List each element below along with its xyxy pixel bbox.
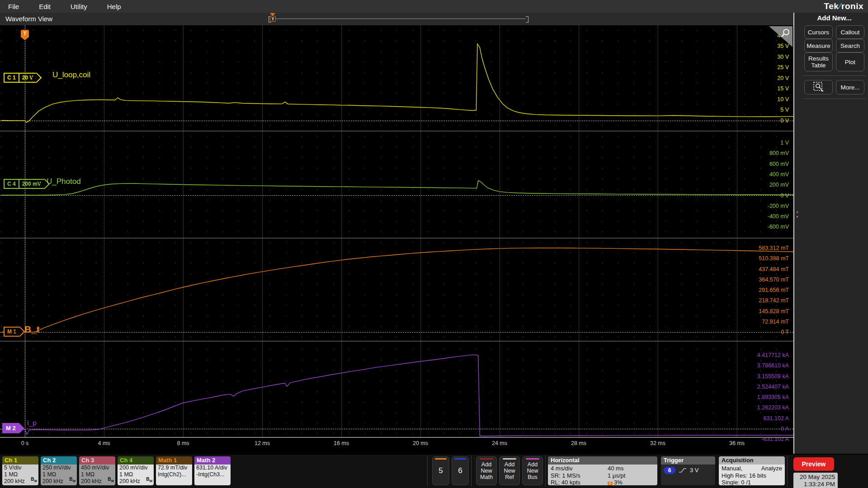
bottom-bar: Ch 15 V/div1 MΩ200 kHzBWCh 2250 mV/div1 …: [0, 454, 868, 488]
panel-splitter[interactable]: [794, 13, 801, 454]
horizontal-value: SR: 1 MS/s: [551, 472, 580, 479]
slot-button-5[interactable]: 5: [432, 456, 449, 485]
channel-badge-ch4[interactable]: Ch 4200 mV/div1 MΩ200 kHzBW: [118, 456, 154, 485]
menu-item-edit[interactable]: Edit: [39, 3, 51, 10]
overview-right-bracket: [526, 16, 528, 23]
y-axis-label: 3.155509 kA: [757, 373, 789, 380]
menu-item-help[interactable]: Help: [107, 3, 121, 10]
button-measure[interactable]: Measure: [804, 39, 833, 52]
menu-items: FileEditUtilityHelp: [0, 3, 121, 10]
horizontal-panel[interactable]: Horizontal4 ms/div40 msSR: 1 MS/s1 μs/pt…: [548, 456, 657, 485]
channel-badge-ch1[interactable]: Ch 15 V/div1 MΩ200 kHzBW: [2, 456, 38, 485]
overview-trigger-marker[interactable]: T: [270, 16, 276, 22]
menu-bar: FileEditUtilityHelp Tek∕ronix: [0, 0, 868, 13]
separator: [471, 455, 472, 486]
date-value: 20 May 2025: [796, 474, 835, 481]
add-new-row: Results TablePlot: [801, 52, 868, 71]
y-axis-label: 0 V: [780, 117, 789, 124]
bandwidth-limit-icon: BW: [146, 476, 152, 484]
separator: [787, 455, 788, 486]
y-axis-label: 510.398 mT: [759, 255, 789, 262]
tekscope-app: FileEditUtilityHelp Tek∕ronix Waveform V…: [0, 0, 868, 488]
channel-badge-ch2[interactable]: Ch 2250 mV/div1 MΩ200 kHzBW: [41, 456, 77, 485]
y-axis-label: 145.828 mT: [759, 308, 789, 314]
channel-setting-line: -Intg(Ch3...: [196, 471, 229, 478]
waveform-view-titlebar: Waveform View T: [0, 13, 793, 25]
channel-badge-math1[interactable]: Math 172.9 mT/divIntg(Ch2)...: [156, 456, 192, 485]
gridline-vertical: [104, 25, 104, 437]
zero-reference-line-math1: [0, 332, 793, 333]
y-axis-label: 72.914 mT: [762, 319, 789, 325]
menu-item-utility[interactable]: Utility: [71, 3, 87, 10]
channel-setting-line: 72.9 mT/div: [158, 465, 190, 471]
acquisition-panel-body: Manual,AnalyzeHigh Res: 16 bitsSingle: 0…: [719, 465, 785, 485]
gridline-vertical: [658, 25, 658, 437]
waveform-section-ch4: [0, 131, 793, 238]
horizontal-value: 4 ms/div: [551, 465, 572, 472]
separator: [545, 455, 546, 486]
channel-badge-header: Math 2: [194, 456, 231, 465]
channel-badge-ch4[interactable]: C 4200 mV: [4, 179, 45, 189]
y-axis-label: 1 V: [780, 140, 789, 146]
x-axis-label: 20 ms: [413, 440, 428, 446]
button-results-table[interactable]: Results Table: [804, 52, 833, 71]
slot-color-stripe: [435, 458, 446, 460]
horizontal-panel-body: 4 ms/div40 msSR: 1 MS/s1 μs/ptRL: 40 kpt…: [548, 465, 657, 485]
button-plot[interactable]: Plot: [836, 52, 864, 71]
y-axis-label: 364.570 mT: [759, 277, 789, 283]
slot-button-6[interactable]: 6: [452, 456, 469, 485]
channel-badge-math2[interactable]: Math 2631.10 A/div-Intg(Ch3...: [194, 456, 231, 485]
channel-badge-header: Ch 2: [41, 456, 77, 465]
button-more-[interactable]: More...: [836, 80, 864, 94]
time-axis-line: [0, 437, 793, 438]
channel-badge-ch3[interactable]: Ch 3450 mV/div1 MΩ200 kHzBW: [79, 456, 115, 485]
channel-badge-ch1[interactable]: C 120 V: [4, 73, 37, 83]
datetime-display[interactable]: 20 May 20251:33:24 PM: [793, 473, 838, 488]
y-axis-label: 600 mV: [769, 161, 789, 167]
logo-text-left: Tek: [824, 1, 839, 11]
gridline-vertical: [341, 25, 342, 437]
channel-setting-line: 200 mV/div: [119, 465, 152, 471]
gridline-vertical: [737, 25, 737, 437]
channel-badge-settings: 631.10 A/div-Intg(Ch3...: [194, 465, 231, 485]
y-axis-label: 583.312 mT: [759, 245, 789, 251]
preview-button[interactable]: Preview: [793, 457, 834, 471]
x-axis-label: 32 ms: [650, 440, 665, 446]
horizontal-row: 4 ms/div40 ms: [551, 465, 655, 472]
gridline-vertical: [262, 25, 263, 437]
add-new-bus-button[interactable]: AddNewBus: [522, 456, 543, 485]
zoom-select-button[interactable]: [804, 80, 833, 94]
gridline-vertical: [579, 25, 579, 437]
separator: [427, 455, 428, 486]
trigger-position-line: [25, 25, 25, 437]
add-button-label: AddNewBus: [527, 461, 538, 480]
trigger-flag-icon[interactable]: T: [21, 30, 29, 37]
channel-setting-line: 250 mV/div: [42, 465, 75, 471]
channel-setting-line: 631.10 A/div: [196, 465, 229, 471]
channel-badge-math1[interactable]: M 1: [4, 327, 20, 337]
y-axis-label: -400 mV: [768, 213, 789, 220]
waveform-plot[interactable]: 40 V35 V30 V25 V20 V15 V10 V5 V0 VC 120 …: [0, 25, 793, 454]
channel-setting-line: Intg(Ch2)...: [158, 471, 190, 478]
add-new-math-button[interactable]: AddNewMath: [476, 456, 497, 485]
waveform-view: Waveform View T 40 V35 V30 V25 V20 V15 V…: [0, 13, 794, 454]
button-search[interactable]: Search: [836, 39, 864, 52]
add-new-button-grid: CursorsCalloutMeasureSearchResults Table…: [801, 25, 868, 99]
trigger-source-badge: 6: [664, 467, 675, 474]
trigger-position-flag-icon: T: [608, 482, 613, 485]
zero-reference-line-ch4: [0, 195, 793, 196]
y-axis-label: -600 mV: [768, 224, 789, 230]
zero-reference-line-ch1: [0, 121, 793, 121]
add-new-ref-button[interactable]: AddNewRef: [499, 456, 520, 485]
acquisition-panel[interactable]: AcquisitionManual,AnalyzeHigh Res: 16 bi…: [719, 456, 785, 485]
button-callout[interactable]: Callout: [836, 25, 864, 39]
add-new-header: Add New...: [801, 14, 868, 22]
menu-item-file[interactable]: File: [8, 3, 19, 10]
time-value: 1:33:24 PM: [796, 481, 835, 488]
y-axis-label: 0 V: [780, 192, 789, 199]
channel-badge-math2[interactable]: M 2: [2, 423, 19, 433]
horizontal-row: RL: 40 kptsT3%: [551, 479, 655, 485]
x-axis-label: 36 ms: [729, 440, 745, 446]
button-cursors[interactable]: Cursors: [804, 25, 833, 39]
trigger-panel[interactable]: Trigger63 V: [661, 456, 715, 485]
